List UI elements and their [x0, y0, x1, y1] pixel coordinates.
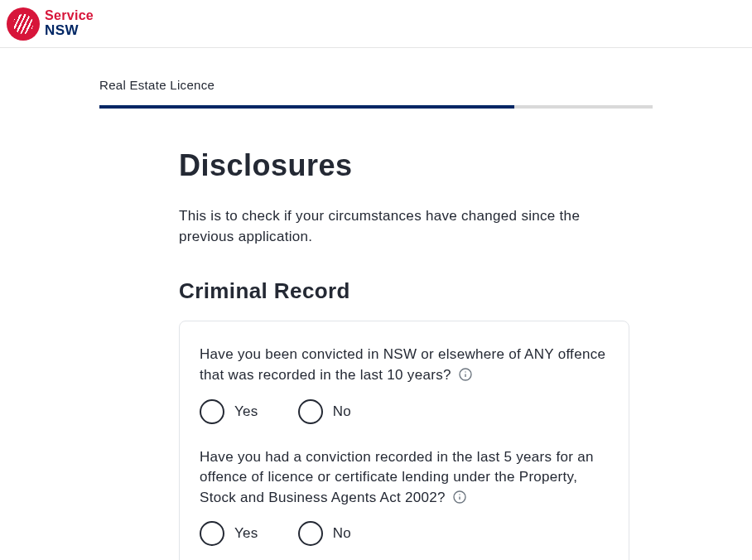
progress-bar — [99, 105, 653, 109]
radio-label-no: No — [333, 525, 351, 542]
logo[interactable]: Service NSW — [7, 7, 94, 41]
question-block-2: Have you had a conviction recorded in th… — [200, 447, 609, 547]
svg-point-1 — [465, 371, 465, 372]
logo-text-bottom: NSW — [45, 23, 94, 38]
radio-icon — [200, 521, 224, 546]
main-content: Disclosures This is to check if your cir… — [179, 118, 629, 560]
info-icon[interactable] — [453, 490, 466, 503]
question-1-text: Have you been convicted in NSW or elsewh… — [200, 346, 605, 383]
radio-icon — [298, 399, 323, 424]
page-intro: This is to check if your circumstances h… — [179, 206, 629, 247]
criminal-record-card: Have you been convicted in NSW or elsewh… — [179, 321, 629, 560]
radio-yes[interactable]: Yes — [200, 399, 258, 424]
radio-no[interactable]: No — [298, 399, 351, 424]
question-2-text: Have you had a conviction recorded in th… — [200, 449, 594, 505]
radio-label-yes: Yes — [234, 525, 258, 542]
radio-label-yes: Yes — [234, 403, 258, 420]
breadcrumb-area: Real Estate Licence — [0, 48, 752, 118]
radio-icon — [200, 399, 224, 424]
question-text: Have you had a conviction recorded in th… — [200, 447, 609, 509]
radio-label-no: No — [333, 403, 351, 420]
radio-no[interactable]: No — [298, 521, 351, 546]
breadcrumb: Real Estate Licence — [99, 78, 653, 92]
progress-fill — [99, 105, 514, 109]
radio-icon — [298, 521, 323, 546]
info-icon[interactable] — [459, 367, 472, 380]
logo-text: Service NSW — [45, 9, 94, 38]
radio-row: Yes No — [200, 399, 609, 424]
page-title: Disclosures — [179, 148, 629, 183]
svg-point-4 — [459, 494, 460, 495]
logo-icon — [7, 7, 40, 41]
section-title: Criminal Record — [179, 278, 629, 304]
logo-text-top: Service — [45, 9, 94, 23]
radio-row: Yes No — [200, 521, 609, 546]
app-header: Service NSW — [0, 0, 752, 48]
question-text: Have you been convicted in NSW or elsewh… — [200, 345, 609, 385]
question-block-1: Have you been convicted in NSW or elsewh… — [200, 345, 609, 423]
radio-yes[interactable]: Yes — [200, 521, 258, 546]
